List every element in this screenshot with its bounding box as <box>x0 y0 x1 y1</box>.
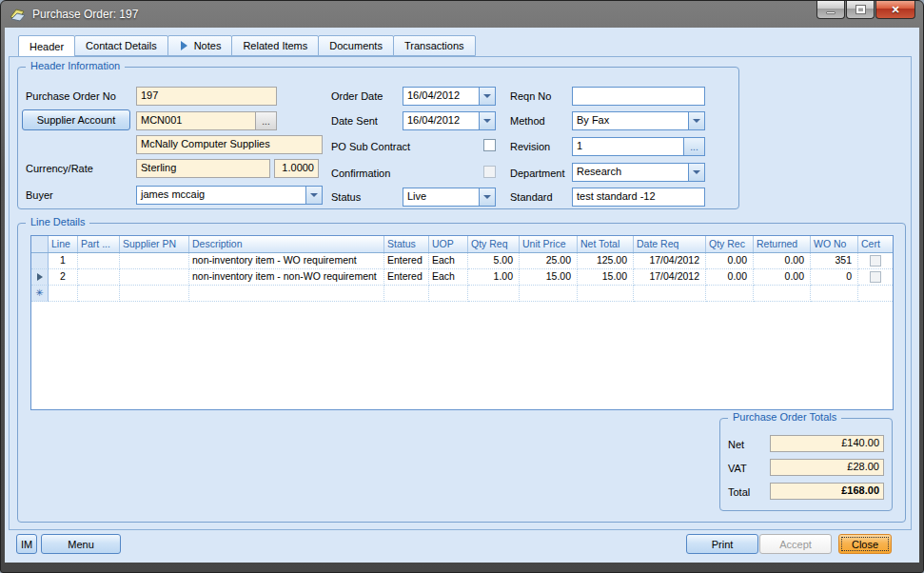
confirmation-label: Confirmation <box>331 168 390 179</box>
notes-arrow-icon <box>181 41 187 50</box>
titlebar: Purchase Order: 197 ✕ <box>1 1 923 28</box>
order-date-dropdown-button[interactable] <box>479 88 495 105</box>
print-button[interactable]: Print <box>686 534 758 554</box>
status-dropdown-button[interactable] <box>479 188 495 206</box>
currency-rate-label: Currency/Rate <box>26 163 93 174</box>
po-no-field[interactable]: 197 <box>136 87 277 106</box>
col-supplier-pn[interactable]: Supplier PN <box>120 236 189 252</box>
date-sent-label: Date Sent <box>331 115 378 127</box>
tab-documents[interactable]: Documents <box>318 35 394 56</box>
close-button[interactable]: Close <box>838 534 892 554</box>
col-line[interactable]: Line <box>49 236 78 252</box>
cert-checkbox <box>870 255 881 267</box>
po-sub-contract-checkbox[interactable] <box>483 139 496 151</box>
method-dropdown-button[interactable] <box>688 112 704 129</box>
purchase-order-window: Purchase Order: 197 ✕ Header Contact Det… <box>0 0 924 573</box>
buyer-dropdown-button[interactable] <box>305 187 322 204</box>
chevron-down-icon <box>310 193 318 197</box>
order-date-label: Order Date <box>331 90 383 102</box>
close-window-button[interactable]: ✕ <box>875 1 915 19</box>
purchase-order-totals-group: Purchase Order Totals Net £140.00 VAT £2… <box>719 418 893 511</box>
buyer-label: Buyer <box>26 189 53 201</box>
minimize-icon <box>826 11 836 14</box>
status-combo[interactable]: Live <box>403 188 496 207</box>
header-information-legend: Header Information <box>26 60 125 71</box>
new-row-icon: ✳ <box>35 288 43 298</box>
chevron-down-icon <box>483 119 491 123</box>
chevron-down-icon <box>693 170 700 174</box>
rate-field[interactable]: 1.0000 <box>274 159 319 178</box>
cert-checkbox <box>870 271 881 283</box>
window-title: Purchase Order: 197 <box>32 8 138 21</box>
line-details-grid: Line Part ... Supplier PN Description St… <box>30 235 894 410</box>
line-details-group: Line Details Line Part ... Supplier PN D… <box>17 223 906 523</box>
date-sent-field[interactable]: 16/04/2012 <box>403 111 496 130</box>
standard-field[interactable]: test standard -12 <box>572 188 705 207</box>
chevron-down-icon <box>483 94 491 98</box>
vat-label: VAT <box>728 463 747 474</box>
currency-field[interactable]: Sterling <box>136 159 270 178</box>
col-qty-req[interactable]: Qty Req <box>468 236 520 252</box>
tab-header[interactable]: Header <box>18 35 75 57</box>
status-label: Status <box>331 191 361 203</box>
standard-label: Standard <box>510 191 553 203</box>
department-label: Department <box>510 168 564 179</box>
supplier-code-field[interactable]: MCN001 ... <box>136 111 277 130</box>
chevron-down-icon <box>693 119 700 123</box>
net-label: Net <box>728 439 744 450</box>
revision-label: Revision <box>510 141 550 152</box>
minimize-button[interactable] <box>816 1 845 19</box>
net-total-field: £140.00 <box>770 435 884 452</box>
line-details-legend: Line Details <box>26 216 89 227</box>
date-sent-dropdown-button[interactable] <box>479 112 495 129</box>
grid-header-selector <box>31 236 49 252</box>
table-row-1[interactable]: 1 non-inventory item - WO requirement En… <box>31 253 893 269</box>
col-qty-rec[interactable]: Qty Rec <box>706 236 754 252</box>
tab-notes[interactable]: Notes <box>167 35 233 56</box>
col-part[interactable]: Part ... <box>78 236 120 252</box>
header-information-group: Header Information Purchase Order No 197… <box>17 67 739 209</box>
revision-lookup-button[interactable]: ... <box>683 138 704 155</box>
chevron-down-icon <box>483 195 491 199</box>
col-date-req[interactable]: Date Req <box>634 236 706 252</box>
buyer-combo[interactable]: james mccaig <box>136 186 323 205</box>
order-date-field[interactable]: 16/04/2012 <box>403 87 496 106</box>
table-row-2[interactable]: 2 non-inventory item - non-WO requiremen… <box>31 269 893 286</box>
cert-cell <box>858 253 893 269</box>
accept-button: Accept <box>759 534 832 554</box>
col-net-total[interactable]: Net Total <box>578 236 634 252</box>
method-label: Method <box>510 115 545 127</box>
grid-header-row: Line Part ... Supplier PN Description St… <box>31 236 893 253</box>
vat-total-field: £28.00 <box>770 459 884 476</box>
col-cert[interactable]: Cert <box>858 236 893 252</box>
row-selector[interactable] <box>31 253 49 269</box>
method-combo[interactable]: By Fax <box>572 111 705 130</box>
col-unit-price[interactable]: Unit Price <box>520 236 578 252</box>
menu-button[interactable]: Menu <box>41 534 121 554</box>
revision-field[interactable]: 1 ... <box>572 137 705 156</box>
tab-strip: Header Contact Details Notes Related Ite… <box>18 35 475 57</box>
po-no-label: Purchase Order No <box>26 90 116 102</box>
tab-related-items[interactable]: Related Items <box>231 35 319 56</box>
tab-transactions[interactable]: Transactions <box>393 35 476 56</box>
department-combo[interactable]: Research <box>572 163 705 182</box>
im-button[interactable]: IM <box>16 534 37 554</box>
current-row-selector[interactable] <box>31 269 49 286</box>
supplier-lookup-button[interactable]: ... <box>255 112 276 129</box>
confirmation-checkbox <box>483 166 496 178</box>
col-wo-no[interactable]: WO No <box>811 236 858 252</box>
current-row-arrow-icon <box>37 273 43 281</box>
col-uop[interactable]: UOP <box>429 236 468 252</box>
tab-contact-details[interactable]: Contact Details <box>74 35 168 56</box>
maximize-button[interactable] <box>846 1 875 19</box>
department-dropdown-button[interactable] <box>688 164 704 181</box>
header-tab-page: Header Information Purchase Order No 197… <box>9 56 912 530</box>
reqn-no-field[interactable] <box>572 87 705 106</box>
col-status[interactable]: Status <box>384 236 429 252</box>
window-controls: ✕ <box>816 1 915 19</box>
new-row-selector[interactable]: ✳ <box>31 286 49 302</box>
new-row[interactable]: ✳ <box>31 286 893 302</box>
col-returned[interactable]: Returned <box>754 236 811 252</box>
supplier-account-button[interactable]: Supplier Account <box>22 109 130 130</box>
col-description[interactable]: Description <box>189 236 384 252</box>
